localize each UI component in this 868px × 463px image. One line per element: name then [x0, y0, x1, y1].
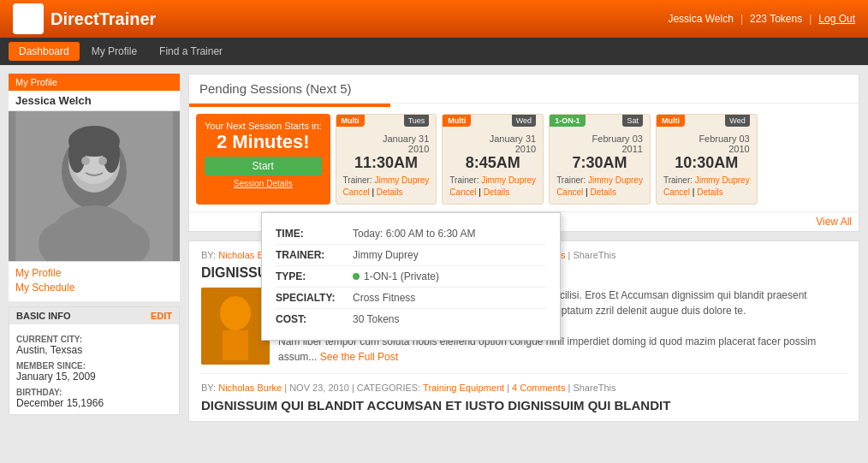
svg-point-8: [98, 157, 107, 165]
header: DirectTrainer Jessica Welch | 223 Tokens…: [0, 0, 868, 38]
session-card-inner-2: February 032011 7:30AM Trainer: Jimmy Du…: [550, 115, 650, 204]
pending-sessions-title: Pending Sessions (Next 5): [189, 74, 859, 104]
edit-link[interactable]: Edit: [151, 311, 172, 321]
session-date-1: January 312010: [449, 134, 536, 154]
session-card-inner-3: February 032010 10:30AM Trainer: Jimmy D…: [657, 115, 757, 204]
share-0[interactable]: ShareThis: [573, 250, 615, 260]
session-card-2: 1-ON-1 Sat February 032011 7:30AM Traine…: [549, 114, 651, 205]
sessions-row: Your Next Session Starts in: 2 Minutes! …: [189, 107, 859, 211]
share-1[interactable]: ShareThis: [573, 383, 615, 393]
sidebar-profile-header: My Profile: [9, 74, 180, 91]
session-card-inner-1: January 312010 8:45AM Trainer: Jimmy Dup…: [443, 115, 543, 204]
main-content: Pending Sessions (Next 5) Your Next Sess…: [188, 74, 859, 422]
starts-in-label: Your Next Session Starts in:: [205, 121, 322, 131]
session-day-3: Wed: [725, 115, 749, 127]
author-link-1[interactable]: Nicholas Burke: [218, 383, 282, 393]
nav-find-trainer[interactable]: Find a Trainer: [149, 42, 233, 61]
svg-rect-14: [223, 330, 248, 360]
session-date-2: February 032011: [556, 134, 643, 154]
svg-point-5: [68, 135, 86, 173]
user-photo: [9, 111, 180, 261]
next-session-time: 2 Minutes!: [205, 131, 322, 153]
session-actions-3: Cancel | Details: [663, 187, 750, 197]
session-actions-1: Cancel | Details: [449, 187, 536, 197]
session-date-3: February 032010: [663, 134, 750, 154]
green-dot-icon: [353, 273, 360, 280]
current-city-label: CURRENT CITY:: [16, 335, 172, 344]
session-time-3: 10:30AM: [663, 154, 750, 172]
logout-link[interactable]: Log Out: [818, 13, 855, 25]
logo-icon: [13, 3, 44, 34]
tooltip-specialty-row: SPECIALTY: Cross Fitness: [276, 288, 546, 309]
session-trainer-2: Trainer: Jimmy Duprey: [556, 175, 643, 185]
separator: |: [740, 13, 743, 25]
date-1: NOV 23, 2010: [289, 383, 349, 393]
category-link-1[interactable]: Training Equipment: [423, 383, 504, 393]
member-since-label: MEMBER SINCE:: [16, 361, 172, 371]
nav-dashboard[interactable]: Dashboard: [9, 42, 80, 61]
my-schedule-link[interactable]: My Schedule: [15, 282, 173, 294]
birthday-label: BIRTHDAY:: [16, 388, 172, 397]
comments-link-1[interactable]: 4 Comments: [512, 383, 565, 393]
tooltip-trainer-label: TRAINER:: [276, 249, 353, 261]
session-trainer-1: Trainer: Jimmy Duprey: [449, 175, 536, 185]
session-date-0: January 312010: [343, 134, 430, 154]
tooltip-cost-row: COST: 30 Tokens: [276, 309, 546, 329]
pending-sessions: Pending Sessions (Next 5) Your Next Sess…: [188, 74, 859, 232]
session-type-2: 1-ON-1: [550, 115, 586, 127]
session-tooltip: TIME: Today: 6:00 AM to 6:30 AM TRAINER:…: [261, 212, 561, 341]
nav-my-profile[interactable]: My Profile: [81, 42, 147, 61]
logo-text: DirectTrainer: [51, 9, 156, 29]
sidebar: My Profile Jessica Welch: [9, 74, 180, 422]
session-time-0: 11:30AM: [343, 154, 430, 172]
categories-label-1: CATEGORIES:: [357, 383, 420, 393]
main-layout: My Profile Jessica Welch: [0, 65, 868, 430]
session-type-3: Multi: [657, 115, 685, 127]
session-trainer-3: Trainer: Jimmy Duprey: [663, 175, 750, 185]
post-divider: [201, 373, 847, 374]
by-label-1: BY:: [201, 383, 216, 393]
my-profile-link[interactable]: My Profile: [15, 267, 173, 279]
session-type-0: Multi: [336, 115, 365, 127]
basic-info-section: BASIC INFO Edit CURRENT CITY: Austin, Te…: [9, 306, 180, 415]
post-thumbnail-0: [201, 288, 270, 365]
session-card-0: Multi Tues January 312010 11:30AM Traine…: [336, 114, 437, 205]
tooltip-time-value: Today: 6:00 AM to 6:30 AM: [353, 228, 475, 240]
user-name: Jessica Welch: [668, 13, 733, 25]
tooltip-trainer-row: TRAINER: Jimmy Duprey: [276, 245, 546, 266]
sidebar-links: My Profile My Schedule: [9, 261, 180, 301]
tooltip-cost-value: 30 Tokens: [353, 313, 400, 325]
post-meta-1: BY: Nicholas Burke | NOV 23, 2010 | CATE…: [201, 383, 847, 393]
session-card-inner-0: January 312010 11:30AM Trainer: Jimmy Du…: [336, 115, 437, 204]
tooltip-type-value: 1-ON-1 (Private): [353, 270, 439, 282]
svg-point-7: [81, 157, 90, 165]
header-user-info: Jessica Welch | 223 Tokens | Log Out: [668, 13, 855, 25]
session-time-1: 8:45AM: [449, 154, 536, 172]
current-city-value: Austin, Texsas: [16, 344, 172, 356]
by-label-0: BY:: [201, 250, 216, 260]
tooltip-time-row: TIME: Today: 6:00 AM to 6:30 AM: [276, 223, 546, 245]
session-details-link[interactable]: Session Details: [205, 179, 322, 188]
start-session-button[interactable]: Start: [205, 157, 322, 175]
member-since-value: January 15, 2009: [16, 371, 172, 383]
session-time-2: 7:30AM: [556, 154, 643, 172]
next-session-card: Your Next Session Starts in: 2 Minutes! …: [196, 114, 330, 205]
nav-bar: Dashboard My Profile Find a Trainer: [0, 38, 868, 65]
session-actions-2: Cancel | Details: [556, 187, 643, 197]
session-type-1: Multi: [443, 115, 471, 127]
basic-info-header: BASIC INFO Edit: [9, 307, 179, 324]
tooltip-trainer-value: Jimmy Duprey: [353, 249, 419, 261]
session-card-3: Multi Wed February 032010 10:30AM Traine…: [656, 114, 758, 205]
tooltip-specialty-value: Cross Fitness: [353, 292, 415, 304]
session-day-2: Sat: [622, 115, 643, 127]
tooltip-cost-label: COST:: [276, 313, 353, 325]
see-full-post-link[interactable]: See the Full Post: [320, 351, 398, 363]
view-all-link[interactable]: View All: [816, 216, 852, 228]
separator2: |: [809, 13, 812, 25]
tooltip-type-label: TYPE:: [276, 270, 353, 282]
tooltip-specialty-label: SPECIALTY:: [276, 292, 353, 304]
session-card-1: Multi Wed January 312010 8:45AM Trainer:…: [442, 114, 544, 205]
post-title-1: DIGNISSUIM QUI BLANDIT ACCUMSAN ET IUSTO…: [201, 398, 847, 413]
tokens-count: 223 Tokens: [750, 13, 802, 25]
basic-info-title: BASIC INFO: [16, 311, 71, 321]
